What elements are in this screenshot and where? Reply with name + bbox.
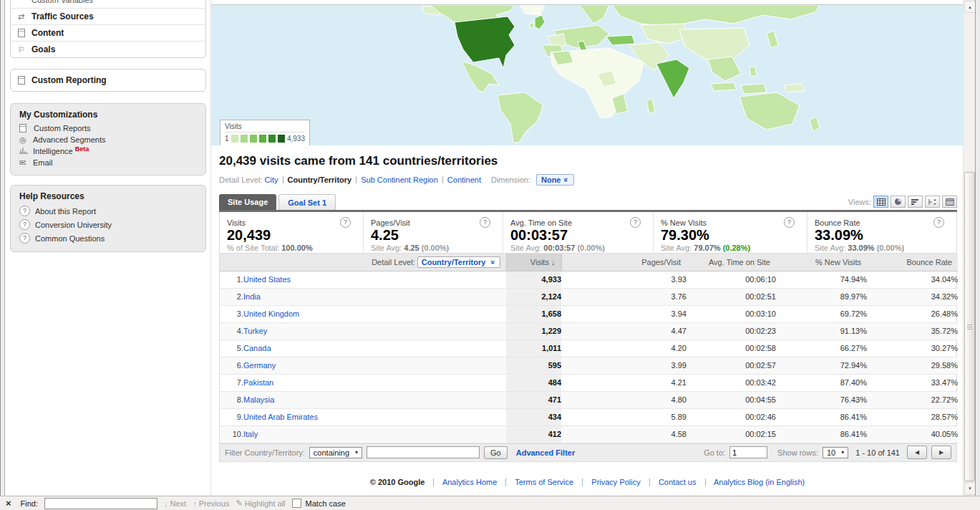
- help-icon[interactable]: ?: [630, 217, 641, 228]
- footer-link-analytics-home[interactable]: Analytics Home: [442, 478, 497, 486]
- footer-link-contact[interactable]: Contact us: [659, 478, 697, 486]
- close-icon[interactable]: ×: [6, 498, 11, 509]
- dimension-label: Dimension:: [491, 175, 530, 184]
- country-link[interactable]: Malaysia: [243, 395, 274, 404]
- bar-view-icon[interactable]: [908, 196, 923, 208]
- map-country-turkey: [606, 35, 635, 45]
- cell-pages-visit: 5.89: [561, 408, 687, 425]
- help-icon[interactable]: ?: [480, 217, 490, 228]
- sidebar-item-about-this-report[interactable]: ? About this Report: [11, 204, 205, 218]
- column-header-new-visits[interactable]: % New Visits: [776, 254, 867, 271]
- cell-bounce-rate: 22.72%: [867, 391, 958, 408]
- world-map[interactable]: Visits 1 4,933: [211, 4, 964, 145]
- find-next-button[interactable]: ↓ Next: [164, 499, 186, 508]
- detail-level-sub-continent[interactable]: Sub Continent Region: [361, 175, 438, 184]
- my-customizations-panel: My Customizations Custom Reports ◎ Advan…: [10, 103, 206, 175]
- detail-level-country-territory[interactable]: Country/Territory: [288, 175, 352, 184]
- cell-bounce-rate: 28.57%: [867, 408, 958, 425]
- goto-page-input[interactable]: [729, 446, 767, 458]
- sidebar-item-common-questions[interactable]: ? Common Questions: [11, 231, 205, 245]
- chevron-down-icon: »: [489, 260, 498, 264]
- dimension-dropdown[interactable]: None »: [536, 174, 574, 186]
- sidebar-item-conversion-university[interactable]: ? Conversion University: [11, 218, 205, 231]
- metric-value: 79.30%: [661, 228, 800, 243]
- country-link[interactable]: United States: [243, 275, 291, 284]
- filter-operator-select[interactable]: containing ▾: [309, 447, 362, 458]
- footer-link-terms[interactable]: Terms of Service: [515, 478, 573, 486]
- sidebar-item-intelligence[interactable]: Intelligence Beta: [11, 145, 205, 157]
- country-link[interactable]: Italy: [243, 430, 258, 438]
- metric-sub-value: 4.25: [404, 244, 419, 252]
- sidebar-item-goals[interactable]: ⚐ Goals: [11, 41, 205, 57]
- filter-input[interactable]: [367, 446, 480, 458]
- panel-title: My Customizations: [11, 107, 205, 122]
- pivot-view-icon[interactable]: [942, 196, 957, 208]
- chevron-down-icon: »: [563, 178, 571, 182]
- sidebar-item-custom-reporting[interactable]: Custom Reporting: [11, 69, 205, 91]
- map-country-iceland: [530, 9, 539, 14]
- comparison-view-icon[interactable]: [925, 196, 940, 208]
- country-link[interactable]: United Arab Emirates: [243, 413, 318, 421]
- email-icon: ✉: [19, 158, 33, 168]
- help-icon[interactable]: ?: [340, 217, 351, 228]
- country-link[interactable]: Turkey: [243, 327, 267, 335]
- country-link[interactable]: Pakistan: [243, 378, 273, 387]
- country-link[interactable]: Germany: [243, 361, 276, 370]
- pagination-range: 1 - 10 of 141: [855, 448, 900, 457]
- analytics-page: { "colors": {"link":"#1155cc","green_del…: [0, 0, 980, 510]
- sidebar: Custom Variables ⇄ Traffic Sources Conte…: [6, 0, 210, 496]
- detail-level-city[interactable]: City: [265, 175, 278, 184]
- tab-site-usage[interactable]: Site Usage: [219, 194, 276, 210]
- cell-pages-visit: 3.99: [561, 357, 687, 374]
- scrollbar-thumb[interactable]: [964, 172, 975, 481]
- sidebar-item-content[interactable]: Content: [11, 24, 205, 41]
- scroll-up-button[interactable]: ▲: [964, 1, 976, 13]
- sidebar-item-label: Content: [31, 28, 64, 38]
- previous-page-button[interactable]: ◀: [907, 446, 927, 459]
- views-switcher: Views:: [848, 196, 957, 210]
- country-link[interactable]: Canada: [243, 344, 271, 352]
- column-header-visits[interactable]: Visits ↓: [506, 254, 561, 271]
- help-icon[interactable]: ?: [933, 217, 944, 228]
- sidebar-item-custom-variables[interactable]: Custom Variables: [11, 0, 205, 8]
- tab-goal-set-1[interactable]: Goal Set 1: [278, 194, 336, 210]
- footer-link-blog[interactable]: Analytics Blog (in English): [714, 478, 805, 486]
- scorecard: Visits ? 20,439 % of Site Total: 100.00%…: [219, 212, 957, 254]
- cell-new-visits: 69.72%: [776, 305, 867, 322]
- vertical-scrollbar[interactable]: ▲ ▼: [963, 0, 975, 496]
- sidebar-item-email[interactable]: ✉ Email: [11, 157, 205, 168]
- cell-new-visits: 66.27%: [776, 340, 867, 357]
- sidebar-item-custom-reports[interactable]: Custom Reports: [11, 122, 205, 134]
- next-page-button[interactable]: ▶: [931, 446, 951, 459]
- column-label: Visits: [530, 258, 549, 266]
- find-previous-button[interactable]: ↑ Previous: [193, 499, 229, 508]
- filter-go-button[interactable]: Go: [484, 446, 508, 459]
- pie-view-icon[interactable]: [891, 196, 906, 208]
- map-country-ireland: [529, 23, 534, 28]
- cell-bounce-rate: 29.58%: [867, 357, 958, 374]
- cell-visits: 2,124: [506, 288, 561, 305]
- column-header-pages-visit[interactable]: Pages/Visit: [561, 254, 687, 271]
- metric-value: 4.25: [371, 228, 495, 243]
- custom-reporting-panel: Custom Reporting: [10, 69, 206, 92]
- dimension-select[interactable]: Country/Territory »: [417, 256, 500, 268]
- help-question-icon: ?: [19, 206, 30, 216]
- show-rows-select[interactable]: 10 ▾: [823, 447, 848, 458]
- column-header-bounce-rate[interactable]: Bounce Rate: [867, 254, 958, 271]
- detail-level-continent[interactable]: Continent: [447, 175, 481, 184]
- column-header-avg-time[interactable]: Avg. Time on Site: [687, 254, 776, 271]
- help-icon[interactable]: ?: [784, 217, 795, 228]
- table-view-icon[interactable]: [873, 196, 888, 208]
- scroll-down-button[interactable]: ▼: [964, 482, 976, 495]
- footer-link-privacy[interactable]: Privacy Policy: [591, 478, 640, 486]
- map-legend: Visits 1 4,933: [220, 120, 310, 145]
- legend-swatch: [241, 135, 248, 143]
- country-link[interactable]: United Kingdom: [243, 309, 299, 318]
- country-link[interactable]: India: [243, 292, 261, 301]
- match-case-checkbox[interactable]: Match case: [292, 499, 346, 508]
- highlight-all-button[interactable]: ✎ Highlight all: [236, 499, 285, 508]
- advanced-filter-link[interactable]: Advanced Filter: [516, 448, 576, 457]
- sidebar-item-advanced-segments[interactable]: ◎ Advanced Segments: [11, 134, 205, 145]
- find-input[interactable]: [44, 498, 157, 509]
- sidebar-item-traffic-sources[interactable]: ⇄ Traffic Sources: [11, 8, 205, 24]
